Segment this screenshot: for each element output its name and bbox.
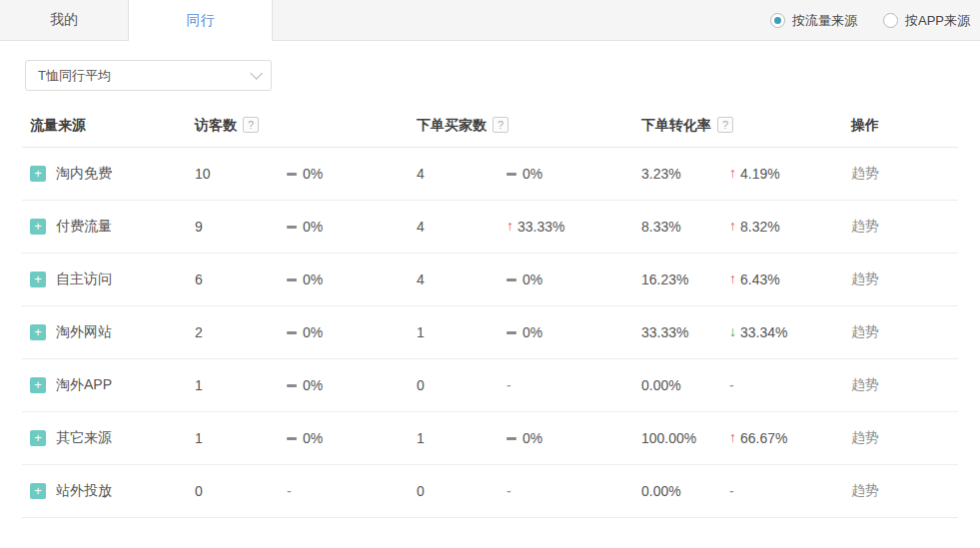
header-conversion-change	[729, 107, 851, 148]
table-row: +其它来源 1 0% 1 0% 100.00% ↑66.67% 趋势	[22, 412, 958, 465]
conversion-change: ↑66.67%	[729, 412, 851, 465]
traffic-source-label: 自主访问	[56, 271, 112, 286]
buyers-change: 0%	[506, 306, 641, 359]
up-arrow-icon: ↑	[729, 218, 736, 234]
conversion-change: ↑4.19%	[729, 148, 851, 201]
flat-dash-icon	[287, 278, 297, 281]
visitors-change: 0%	[287, 201, 417, 254]
radio-selected-icon[interactable]	[770, 13, 785, 28]
expand-plus-icon[interactable]: +	[30, 324, 46, 340]
table-header-row: 流量来源 访客数? 下单买家数? 下单转化率? 操作	[22, 107, 958, 148]
radio-label: 按流量来源	[792, 12, 857, 30]
header-visitors-change	[287, 107, 417, 148]
flat-dash-icon	[287, 437, 297, 440]
conversion-value: 0.00%	[641, 465, 729, 518]
radio-by-app-source[interactable]: 按APP来源	[883, 12, 970, 30]
select-value: T恤同行平均	[38, 67, 111, 85]
conversion-change: ↑8.32%	[729, 201, 851, 254]
radio-unselected-icon[interactable]	[883, 13, 898, 28]
traffic-source-label: 付费流量	[56, 218, 112, 234]
visitors-change: 0%	[287, 412, 417, 465]
table-row: +付费流量 9 0% 4 ↑33.33% 8.33% ↑8.32% 趋势	[22, 201, 958, 254]
tab-mine[interactable]: 我的	[0, 0, 128, 40]
visitors-value: 1	[195, 412, 287, 465]
flat-dash-icon	[506, 278, 516, 281]
radio-label: 按APP来源	[905, 12, 970, 30]
visitors-value: 0	[195, 465, 287, 518]
help-icon[interactable]: ?	[492, 117, 508, 133]
down-arrow-icon: ↓	[729, 323, 736, 339]
header-actions: 操作	[851, 107, 958, 148]
traffic-source-label: 淘内免费	[56, 165, 112, 181]
header-visitors: 访客数?	[195, 107, 287, 148]
buyers-value: 0	[417, 465, 506, 518]
table-row: +站外投放 0 - 0 - 0.00% - 趋势	[22, 465, 958, 518]
table-body: +淘内免费 10 0% 4 0% 3.23% ↑4.19% 趋势 +付费流量 9…	[22, 148, 958, 518]
header-buyers-change	[506, 107, 641, 148]
buyers-value: 4	[417, 201, 506, 254]
radio-by-traffic-source[interactable]: 按流量来源	[770, 12, 857, 30]
buyers-change: -	[506, 359, 641, 412]
tab-bar: 我的 同行 按流量来源 按APP来源	[0, 0, 980, 41]
peer-average-select[interactable]: T恤同行平均	[25, 60, 272, 91]
flat-dash-icon	[506, 437, 516, 440]
buyers-change: ↑33.33%	[506, 201, 641, 254]
tab-peers[interactable]: 同行	[128, 0, 273, 41]
trend-link[interactable]: 趋势	[851, 323, 879, 339]
conversion-change: -	[729, 359, 851, 412]
header-traffic-source: 流量来源	[22, 107, 195, 148]
up-arrow-icon: ↑	[729, 165, 736, 181]
expand-plus-icon[interactable]: +	[30, 483, 46, 499]
traffic-table: 流量来源 访客数? 下单买家数? 下单转化率? 操作 +淘内免费 10 0% 4…	[22, 107, 958, 518]
visitors-value: 10	[195, 148, 287, 201]
visitors-value: 6	[195, 254, 287, 306]
header-conversion-rate: 下单转化率?	[641, 107, 729, 148]
buyers-change: 0%	[506, 412, 641, 465]
up-arrow-icon: ↑	[729, 429, 736, 445]
trend-link[interactable]: 趋势	[851, 218, 879, 234]
table-row: +自主访问 6 0% 4 0% 16.23% ↑6.43% 趋势	[22, 254, 958, 306]
chevron-down-icon	[250, 67, 263, 80]
visitors-change: 0%	[287, 306, 417, 359]
expand-plus-icon[interactable]: +	[30, 219, 46, 235]
conversion-value: 100.00%	[641, 412, 729, 465]
trend-link[interactable]: 趋势	[851, 165, 879, 181]
conversion-change: ↓33.34%	[729, 306, 851, 359]
conversion-value: 0.00%	[641, 359, 729, 412]
conversion-change: -	[729, 465, 851, 518]
visitors-change: 0%	[287, 254, 417, 306]
buyers-change: 0%	[506, 148, 641, 201]
expand-plus-icon[interactable]: +	[30, 430, 46, 446]
visitors-value: 9	[195, 201, 287, 254]
flat-dash-icon	[506, 331, 516, 334]
traffic-source-label: 站外投放	[56, 482, 112, 498]
flat-dash-icon	[287, 226, 297, 229]
visitors-change: 0%	[287, 359, 417, 412]
conversion-value: 8.33%	[641, 201, 729, 254]
traffic-source-label: 淘外APP	[56, 376, 112, 392]
buyers-value: 1	[417, 412, 506, 465]
up-arrow-icon: ↑	[506, 218, 513, 234]
flat-dash-icon	[506, 173, 516, 176]
trend-link[interactable]: 趋势	[851, 429, 879, 445]
table-row: +淘内免费 10 0% 4 0% 3.23% ↑4.19% 趋势	[22, 148, 958, 201]
help-icon[interactable]: ?	[243, 117, 259, 133]
buyers-value: 4	[417, 148, 506, 201]
flat-dash-icon	[287, 331, 297, 334]
conversion-value: 3.23%	[641, 148, 729, 201]
table-row: +淘外网站 2 0% 1 0% 33.33% ↓33.34% 趋势	[22, 306, 958, 359]
conversion-value: 16.23%	[641, 254, 729, 306]
trend-link[interactable]: 趋势	[851, 271, 879, 286]
expand-plus-icon[interactable]: +	[30, 377, 46, 393]
visitors-change: -	[287, 465, 417, 518]
conversion-change: ↑6.43%	[729, 254, 851, 306]
expand-plus-icon[interactable]: +	[30, 166, 46, 182]
up-arrow-icon: ↑	[729, 271, 736, 286]
trend-link[interactable]: 趋势	[851, 482, 879, 498]
table-row: +淘外APP 1 0% 0 - 0.00% - 趋势	[22, 359, 958, 412]
visitors-value: 1	[195, 359, 287, 412]
view-mode-radio-group: 按流量来源 按APP来源	[770, 0, 970, 41]
help-icon[interactable]: ?	[717, 117, 733, 133]
trend-link[interactable]: 趋势	[851, 376, 879, 392]
expand-plus-icon[interactable]: +	[30, 272, 46, 287]
